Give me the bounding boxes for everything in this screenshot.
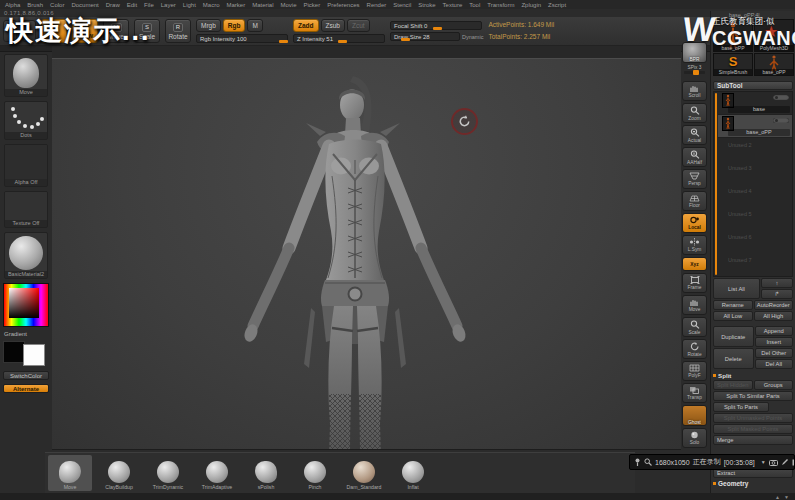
xyz-button[interactable]: Xyz xyxy=(682,257,707,271)
stroke-thumb[interactable]: Dots xyxy=(4,101,48,140)
menu-item[interactable]: Light xyxy=(183,2,196,8)
zsub-button[interactable]: Zsub xyxy=(321,19,345,32)
menu-item[interactable]: Color xyxy=(50,2,64,8)
subtool-section-header[interactable]: SubTool xyxy=(713,81,793,90)
subtool-item[interactable]: base xyxy=(718,92,792,115)
persp-button[interactable]: Persp xyxy=(682,169,707,189)
menu-item[interactable]: File xyxy=(144,2,154,8)
color-picker-gradient[interactable] xyxy=(9,288,39,318)
split-similar-button[interactable]: Split To Similar Parts xyxy=(713,391,793,401)
current-brush-thumb[interactable]: Move xyxy=(4,54,48,97)
visibility-eye-icon[interactable] xyxy=(773,95,789,100)
rgb-button[interactable]: Rgb xyxy=(223,19,246,32)
split-unmasked-button[interactable]: Split Unmasked Points xyxy=(713,413,793,423)
subtool-up-button[interactable]: ↑ xyxy=(761,278,793,288)
menu-item[interactable]: Layer xyxy=(161,2,176,8)
menu-item[interactable]: Render xyxy=(367,2,387,8)
autoreorder-button[interactable]: AutoReorder xyxy=(754,300,794,310)
brush-tray-item[interactable]: Move xyxy=(48,455,92,491)
pencil-icon[interactable] xyxy=(781,458,789,466)
subtool-item-unused[interactable]: Unused 7 xyxy=(718,253,792,276)
secondary-color-swatch[interactable] xyxy=(23,344,45,366)
menu-item[interactable]: Stencil xyxy=(393,2,411,8)
aahalf-button[interactable]: AAHalf xyxy=(682,147,707,167)
menu-item[interactable]: Marker xyxy=(226,2,245,8)
floor-button[interactable]: Floor xyxy=(682,191,707,211)
zadd-button[interactable]: Zadd xyxy=(293,19,319,32)
brush-tray-item[interactable]: TrimDynamic xyxy=(146,455,190,491)
draw-size-slider[interactable]: Draw Size 28 xyxy=(390,32,460,41)
menu-item[interactable]: Texture xyxy=(443,2,463,8)
subtool-item-unused[interactable]: Unused 5 xyxy=(718,207,792,230)
alpha-thumb[interactable]: Alpha Off xyxy=(4,144,48,187)
magnifier-icon[interactable] xyxy=(644,458,652,466)
color-picker[interactable] xyxy=(3,283,49,327)
menu-item[interactable]: Edit xyxy=(127,2,137,8)
local-button[interactable]: Local xyxy=(682,213,707,233)
menu-item[interactable]: Transform xyxy=(487,2,514,8)
menu-item[interactable]: Macro xyxy=(203,2,220,8)
move-canvas-button[interactable]: Move xyxy=(682,295,707,315)
recorder-dropdown-icon[interactable]: ▼ xyxy=(761,459,766,465)
delete-button[interactable]: Delete xyxy=(713,348,754,369)
menu-item[interactable]: Zplugin xyxy=(521,2,541,8)
list-all-button[interactable]: List All xyxy=(713,278,760,299)
split-hidden-button[interactable]: Split Hidden xyxy=(713,380,753,390)
camera-icon[interactable] xyxy=(769,459,778,466)
texture-thumb[interactable]: Texture Off xyxy=(4,191,48,228)
rename-button[interactable]: Rename xyxy=(713,300,753,310)
all-low-button[interactable]: All Low xyxy=(713,311,753,321)
del-all-button[interactable]: Del All xyxy=(755,359,794,369)
menu-item[interactable]: Brush xyxy=(27,2,43,8)
subtool-item-unused[interactable]: Unused 2 xyxy=(718,138,792,161)
scroll-down-icon[interactable]: ▼ xyxy=(784,494,789,500)
duplicate-button[interactable]: Duplicate xyxy=(713,326,754,347)
subtool-item-selected[interactable]: base_oPP xyxy=(718,115,792,138)
transp-button[interactable]: Transp xyxy=(682,383,707,403)
brush-tray-item[interactable]: sPolish xyxy=(244,455,288,491)
mrgb-button[interactable]: Mrgb xyxy=(196,19,221,32)
menu-item[interactable]: Material xyxy=(252,2,273,8)
dynamic-toggle[interactable]: Dynamic xyxy=(462,34,483,40)
sculpt-model[interactable] xyxy=(225,76,565,450)
document-canvas[interactable] xyxy=(52,46,681,450)
m-button[interactable]: M xyxy=(247,19,262,32)
scale-canvas-button[interactable]: Scale xyxy=(682,317,707,337)
append-button[interactable]: Append xyxy=(755,326,794,336)
menu-item[interactable]: Zscript xyxy=(548,2,566,8)
subtool-item-unused[interactable]: Unused 4 xyxy=(718,184,792,207)
split-masked-button[interactable]: Split Masked Points xyxy=(713,424,793,434)
focal-shift-handle[interactable] xyxy=(433,27,442,30)
geometry-section-header[interactable]: Geometry xyxy=(713,480,793,487)
menu-item[interactable]: Alpha xyxy=(5,2,20,8)
scroll-up-icon[interactable]: ▲ xyxy=(775,494,780,500)
brush-tray-item[interactable]: Inflat xyxy=(391,455,435,491)
rgb-intensity-slider[interactable]: Rgb Intensity 100 xyxy=(196,34,288,43)
focal-shift-slider[interactable]: Focal Shift 0 xyxy=(390,21,482,30)
del-other-button[interactable]: Del Other xyxy=(755,348,794,358)
lsym-button[interactable]: L.Sym xyxy=(682,235,707,255)
bottom-scroll-strip[interactable]: ▲ ▼ xyxy=(0,493,795,500)
menu-item[interactable]: Stroke xyxy=(418,2,435,8)
menu-item[interactable]: Preferences xyxy=(327,2,359,8)
material-thumb[interactable]: BasicMaterial2 xyxy=(4,232,48,279)
subtool-item-unused[interactable]: Unused 3 xyxy=(718,161,792,184)
split-to-parts-button[interactable]: Split To Parts xyxy=(713,402,769,412)
alternate-button[interactable]: Alternate xyxy=(3,384,49,393)
rgb-intensity-handle[interactable] xyxy=(279,40,288,43)
merge-section-button[interactable]: Merge xyxy=(713,435,793,445)
ghost-button[interactable]: Ghost xyxy=(682,405,707,426)
frame-button[interactable]: Frame xyxy=(682,273,707,293)
rotate-gyro-button[interactable]: R Rotate xyxy=(165,19,191,43)
zcut-button[interactable]: Zcut xyxy=(347,19,370,32)
simplebrush-slot[interactable]: S SimpleBrush xyxy=(713,53,753,76)
z-intensity-slider[interactable]: Z Intensity 51 xyxy=(293,34,385,43)
subtool-item-unused[interactable]: Unused 6 xyxy=(718,230,792,253)
insert-button[interactable]: Insert xyxy=(755,337,794,347)
split-section-header[interactable]: Split xyxy=(713,371,793,379)
actual-button[interactable]: Actual xyxy=(682,125,707,145)
menu-item[interactable]: Picker xyxy=(304,2,321,8)
subtool-reorder-button[interactable]: ↱ xyxy=(761,289,793,299)
main-color-swatch[interactable] xyxy=(3,341,25,363)
polyf-button[interactable]: PolyF xyxy=(682,361,707,381)
